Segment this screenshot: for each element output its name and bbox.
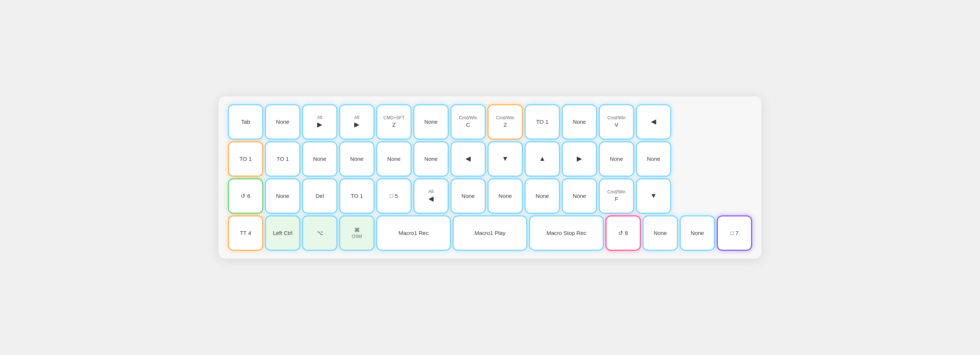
key-arrow-down-r2[interactable]: ▼	[488, 142, 522, 176]
key-to1-r2a[interactable]: TO 1	[229, 142, 262, 176]
key-label: TT 4	[240, 229, 251, 237]
key-none-r3e[interactable]: None	[563, 179, 596, 213]
key-label: None	[647, 155, 660, 163]
key-label: None	[276, 192, 290, 200]
key-arrow-left-r2[interactable]: ◀	[452, 142, 485, 176]
key-arrow: ▼	[650, 192, 657, 200]
key-label: ⌘	[354, 227, 360, 234]
keyboard: Tab None Alt ▶ Alt ▶ CMD+SFT Z None Cmd/…	[218, 96, 762, 259]
key-none-2[interactable]: None	[414, 105, 448, 139]
key-layer7[interactable]: □ 7	[718, 216, 751, 250]
key-none-r3b[interactable]: None	[452, 179, 485, 213]
key-label: None	[424, 155, 438, 163]
key-sublabel: Cmd/Win	[607, 115, 625, 121]
key-alt-left-r3[interactable]: Alt ◀	[414, 179, 448, 213]
key-macro1-play[interactable]: Macro1 Play	[453, 216, 527, 250]
key-cmd-z[interactable]: Cmd/Win Z	[488, 105, 522, 139]
key-label: Z	[392, 121, 395, 128]
key-label: None	[350, 155, 364, 163]
key-arrow: ◀	[428, 195, 434, 203]
key-arrow: ▶	[577, 155, 582, 163]
key-label: ⌥	[317, 229, 323, 237]
key-cmd-osm[interactable]: ⌘ OSM	[340, 216, 374, 250]
key-macro-stop-rec[interactable]: Macro Stop Rec	[530, 216, 603, 250]
key-none-r2f[interactable]: None	[637, 142, 670, 176]
key-layer5[interactable]: □ 5	[377, 179, 410, 213]
key-label: None	[276, 118, 290, 126]
key-macro1-rec[interactable]: Macro1 Rec	[377, 216, 450, 250]
key-to1-r3[interactable]: TO 1	[340, 179, 374, 213]
key-arrow-down-r3[interactable]: ▼	[637, 179, 670, 213]
key-label: □ 7	[730, 229, 738, 237]
key-none-r2c[interactable]: None	[377, 142, 410, 176]
key-label: Del	[316, 192, 324, 200]
key-sublabel: OSM	[352, 234, 362, 240]
key-label: None	[654, 229, 667, 237]
key-cmd-sft-z[interactable]: CMD+SFT Z	[377, 105, 410, 139]
key-label: C	[466, 121, 470, 128]
key-label: None	[536, 192, 549, 200]
key-redo-6[interactable]: ↺ 6	[229, 179, 262, 213]
key-arrow: ▶	[317, 120, 322, 129]
key-left-ctrl[interactable]: Left Ctrl	[266, 216, 299, 250]
key-sublabel: Alt	[354, 115, 360, 121]
key-label: None	[461, 192, 475, 200]
key-arrow-up-r2[interactable]: ▲	[526, 142, 559, 176]
key-label: None	[573, 118, 586, 126]
key-arrow: ▲	[539, 155, 546, 163]
key-label: ↺ 6	[241, 192, 250, 200]
key-del[interactable]: Del	[303, 179, 336, 213]
key-none-r2a[interactable]: None	[303, 142, 336, 176]
key-label: None	[610, 155, 623, 163]
key-none-r2e[interactable]: None	[600, 142, 633, 176]
key-cmd-v[interactable]: Cmd/Win V	[600, 105, 633, 139]
key-label: None	[498, 192, 512, 200]
key-label: TO 1	[239, 155, 251, 163]
key-label: Macro1 Rec	[399, 229, 429, 237]
key-none-r4b[interactable]: None	[681, 216, 714, 250]
key-label: Tab	[241, 118, 250, 126]
key-cmd-c[interactable]: Cmd/Win C	[452, 105, 485, 139]
key-to1-r1[interactable]: TO 1	[526, 105, 559, 139]
key-redo-8[interactable]: ↺ 8	[606, 216, 640, 250]
key-cmd-f[interactable]: Cmd/Win F	[600, 179, 633, 213]
row-1: Tab None Alt ▶ Alt ▶ CMD+SFT Z None Cmd/…	[229, 105, 751, 139]
key-label: TO 1	[350, 192, 363, 200]
key-none-r3d[interactable]: None	[526, 179, 559, 213]
key-label: □ 5	[390, 192, 398, 200]
key-none-r2b[interactable]: None	[340, 142, 374, 176]
key-arrow: ◀	[466, 155, 471, 163]
key-label: TO 1	[276, 155, 289, 163]
key-sublabel: Cmd/Win	[459, 115, 477, 121]
key-arrow-left-r1[interactable]: ◀	[637, 105, 670, 139]
key-arrow-right-r2[interactable]: ▶	[563, 142, 596, 176]
key-none-r4a[interactable]: None	[644, 216, 677, 250]
key-alt-osm[interactable]: ⌥	[303, 216, 336, 250]
key-label: V	[615, 121, 618, 128]
key-label: Left Ctrl	[273, 229, 293, 237]
key-arrow: ▼	[502, 155, 509, 163]
key-label: TO 1	[536, 118, 548, 126]
key-label: Macro1 Play	[474, 229, 505, 237]
key-alt-right-2[interactable]: Alt ▶	[340, 105, 374, 139]
key-alt-right-1[interactable]: Alt ▶	[303, 105, 336, 139]
key-label: None	[313, 155, 326, 163]
row-2: TO 1 TO 1 None None None None ◀ ▼ ▲ ▶ No	[229, 142, 751, 176]
key-none-1[interactable]: None	[266, 105, 299, 139]
key-label: F	[615, 195, 618, 203]
key-none-3[interactable]: None	[563, 105, 596, 139]
row-3: ↺ 6 None Del TO 1 □ 5 Alt ◀ None None No…	[229, 179, 751, 213]
key-to1-r2b[interactable]: TO 1	[266, 142, 299, 176]
key-label: Z	[503, 121, 507, 128]
key-tt4[interactable]: TT 4	[229, 216, 262, 250]
key-arrow: ▶	[354, 120, 360, 129]
key-tab[interactable]: Tab	[229, 105, 262, 139]
key-label: None	[387, 155, 401, 163]
key-none-r2d[interactable]: None	[414, 142, 448, 176]
key-label: Macro Stop Rec	[546, 229, 587, 237]
key-none-r3c[interactable]: None	[488, 179, 522, 213]
key-sublabel: Cmd/Win	[496, 115, 514, 121]
key-sublabel: Alt	[428, 189, 434, 195]
key-label: None	[424, 118, 438, 126]
key-none-r3a[interactable]: None	[266, 179, 299, 213]
